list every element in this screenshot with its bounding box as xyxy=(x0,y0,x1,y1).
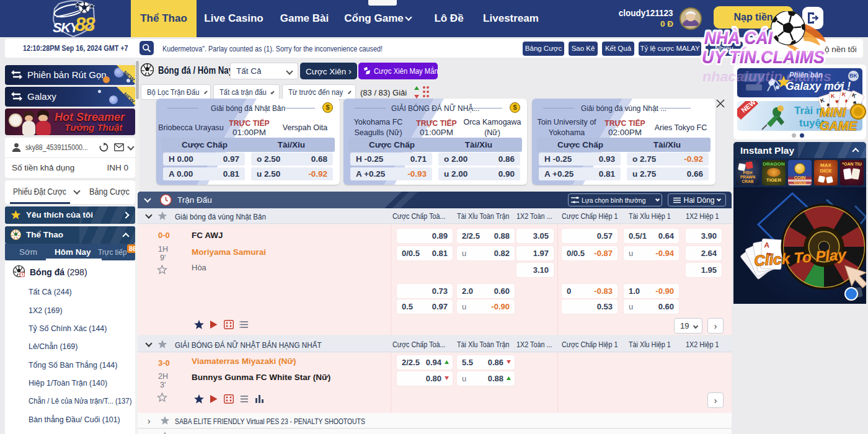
svg-text:MINI: MINI xyxy=(820,105,846,119)
svg-text:GAME: GAME xyxy=(820,119,857,133)
svg-text:A: A xyxy=(764,241,770,250)
svg-text:88: 88 xyxy=(75,14,95,35)
